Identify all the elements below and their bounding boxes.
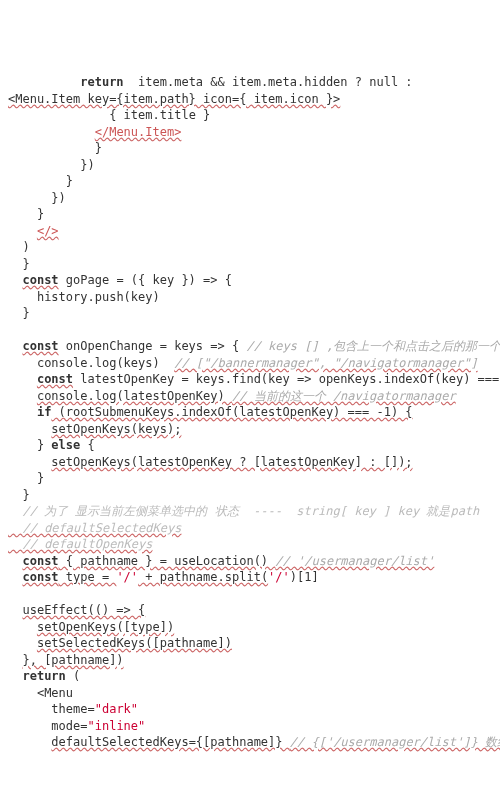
ln: const goPage = ({ key }) => { xyxy=(8,273,232,287)
ln: const { pathname } = useLocation() // '/… xyxy=(8,554,434,568)
ln: console.log(latestOpenKey) // 当前的这一个 /na… xyxy=(8,389,456,403)
ln: return ( xyxy=(8,669,80,683)
ln: }) xyxy=(8,158,95,172)
ln: return item.meta && item.meta.hidden ? n… xyxy=(8,75,413,89)
ln: } xyxy=(8,207,44,221)
ln: } xyxy=(8,471,44,485)
ln: } else { xyxy=(8,438,95,452)
ln: { item.title } xyxy=(8,108,210,122)
ln: history.push(key) xyxy=(8,290,160,304)
ln: <Menu.Item key={item.path} icon={ item.i… xyxy=(8,92,340,106)
ln: } xyxy=(8,306,30,320)
ln: setOpenKeys(latestOpenKey ? [latestOpenK… xyxy=(8,455,413,469)
ln: console.log(keys) // ["/bannermanager", … xyxy=(8,356,478,370)
ln: // 为了 显示当前左侧菜单选中的 状态 ---- string[ key ] … xyxy=(8,504,479,518)
ln: ) xyxy=(8,240,30,254)
ln: }, [pathname]) xyxy=(8,653,124,667)
ln: setOpenKeys([type]) xyxy=(8,620,174,634)
ln: theme="dark" xyxy=(8,702,138,716)
ln: // defaultOpenKeys xyxy=(8,537,153,551)
ln: } xyxy=(8,257,30,271)
ln: const type = '/' + pathname.split('/')[1… xyxy=(8,570,319,584)
ln: setSelectedKeys([pathname]) xyxy=(8,636,232,650)
ln: }) xyxy=(8,191,66,205)
ln: defaultSelectedKeys={[pathname]} // {['/… xyxy=(8,735,500,749)
ln: setOpenKeys(keys); xyxy=(8,422,181,436)
ln: if (rootSubmenuKeys.indexOf(latestOpenKe… xyxy=(8,405,413,419)
ln: // defaultSelectedKeys xyxy=(8,521,181,535)
code-block: return item.meta && item.meta.hidden ? n… xyxy=(8,74,492,751)
ln: mode="inline" xyxy=(8,719,145,733)
ln: } xyxy=(8,488,30,502)
ln: const latestOpenKey = keys.find(key => o… xyxy=(8,372,500,386)
ln: const onOpenChange = keys => { // keys [… xyxy=(8,339,500,353)
ln: useEffect(() => { xyxy=(8,603,145,617)
ln: } xyxy=(8,174,73,188)
ln: </> xyxy=(8,224,59,238)
ln: <Menu xyxy=(8,686,73,700)
ln: </Menu.Item> xyxy=(8,125,181,139)
ln: } xyxy=(8,141,102,155)
